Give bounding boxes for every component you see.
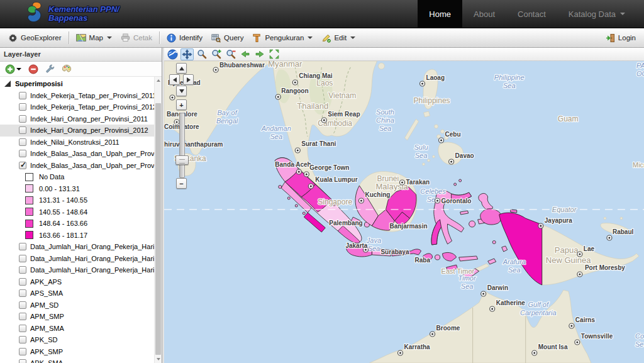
tree-scrollbar[interactable]	[154, 77, 162, 363]
layer-group-row[interactable]: Superimposisi	[0, 78, 162, 90]
layer-row[interactable]: APK_SMP	[0, 346, 162, 358]
layer-label: Data_Jumlah_Hari_Orang_Pekerja_Harian_Le…	[30, 243, 162, 250]
layer-row[interactable]: Data_Jumlah_Hari_Orang_Pekerja_Harian_Le…	[0, 253, 162, 265]
layer-checkbox[interactable]	[19, 243, 26, 250]
layer-checkbox[interactable]	[19, 325, 26, 332]
zoom-box-icon	[197, 49, 207, 59]
toolbar-button-label: Map	[89, 34, 103, 42]
layer-checkbox[interactable]	[19, 289, 26, 297]
zoom-slider-track[interactable]	[179, 113, 185, 178]
map-canvas[interactable]: Bay ofBengalAndamanSeaSouthChinaSeaPhili…	[164, 61, 644, 363]
toolbar-cetak-button[interactable]: Cetak	[116, 31, 157, 44]
legend-label: 163.66 - 181.17	[39, 232, 87, 239]
remove-layer-icon	[28, 64, 38, 74]
remove-layer-button[interactable]	[28, 64, 38, 74]
layer-row[interactable]: Indek_Pekerja_Tetap_per_Provinsi_2012	[0, 101, 162, 113]
layer-row[interactable]: Indek_Hari_Orang_per_Provinsi_2011	[0, 113, 162, 125]
map-tool-zoom-in-button[interactable]	[209, 48, 223, 60]
toolbar-identify-button[interactable]: Identify	[162, 31, 207, 45]
layer-checkbox[interactable]	[19, 359, 26, 363]
zoom-out-button[interactable]: −	[176, 178, 187, 189]
layer-checkbox[interactable]	[19, 138, 26, 146]
layer-row[interactable]: Data_Jumlah_Hari_Orang_Pekerja_Harian_Le…	[0, 264, 162, 276]
scroll-down-icon[interactable]	[155, 355, 162, 363]
scrollbar-thumb[interactable]	[155, 103, 161, 355]
nav-item-contact[interactable]: Contact	[506, 0, 557, 28]
toolbar-query-button[interactable]: Query	[207, 31, 248, 45]
layer-properties-button[interactable]	[45, 64, 55, 74]
legend-label: 140.55 - 148.64	[39, 208, 87, 216]
country-label: Laos	[316, 79, 333, 87]
map-tool-google-earth-button[interactable]	[166, 48, 179, 60]
zoom-in-button[interactable]: +	[176, 99, 187, 110]
layer-checkbox[interactable]	[19, 103, 26, 111]
layer-checkbox[interactable]	[19, 162, 26, 169]
layer-checkbox[interactable]	[19, 126, 26, 134]
layer-label: APM_SMA	[30, 325, 64, 332]
zoom-slider-handle[interactable]	[175, 155, 189, 165]
layer-row[interactable]: APS_SMA	[0, 288, 162, 299]
expander-icon[interactable]	[4, 81, 11, 87]
layer-row[interactable]: Indek_Balas_Jasa_dan_Upah_per_Provinsi_2…	[0, 160, 162, 172]
toolbar-button-label: Edit	[334, 34, 347, 42]
pan-east-button[interactable]	[183, 74, 194, 85]
toolbar-map-button[interactable]: Map	[72, 31, 116, 44]
layer-row[interactable]: Indek_Hari_Orang_per_Provinsi_2012	[0, 125, 162, 137]
layer-row[interactable]: Indek_Balas_Jasa_dan_Upah_per_Provinsi_2…	[0, 148, 162, 160]
city-label: Banda Aceh	[275, 161, 311, 168]
layer-checkbox[interactable]	[19, 92, 26, 99]
pan-north-button[interactable]	[176, 63, 187, 74]
layer-row[interactable]: Indek_Pekerja_Tetap_per_Provinsi_2011	[0, 90, 162, 102]
legend-label: 148.64 - 163.66	[39, 220, 87, 227]
city-marker-dot	[579, 274, 580, 276]
pan-south-button[interactable]	[176, 86, 187, 96]
pan-icon	[182, 49, 192, 60]
city-label: Cairns	[575, 316, 596, 323]
legend-row: 163.66 - 181.17	[0, 230, 162, 242]
add-layer-button[interactable]	[5, 64, 21, 74]
login-button[interactable]: Login	[601, 31, 640, 45]
layer-checkbox[interactable]	[19, 336, 26, 343]
layer-styles-button[interactable]	[62, 64, 72, 74]
layer-row[interactable]: Data_Jumlah_Hari_Orang_Pekerja_Harian_Le…	[0, 241, 162, 253]
layer-row[interactable]: APM_SD	[0, 299, 162, 311]
legend-row: 148.64 - 163.66	[0, 218, 162, 230]
map-tool-max-extent-button[interactable]	[267, 48, 280, 60]
map-tool-zoom-out-button[interactable]	[224, 48, 237, 60]
city-label: Jakarta	[345, 242, 367, 249]
layer-checkbox[interactable]	[19, 278, 26, 286]
layer-checkbox[interactable]	[19, 115, 26, 123]
toolbar-geoexplorer-button[interactable]: GeoExplorer	[4, 31, 66, 45]
country-label: Thailand	[297, 101, 328, 111]
map-tool-zoom-box-button[interactable]	[195, 48, 208, 60]
legend-row: 131.31 - 140.55	[0, 194, 162, 206]
layer-row[interactable]: APK_SMA	[0, 357, 162, 363]
toolbar-edit-button[interactable]: Edit	[317, 31, 360, 45]
layer-checkbox[interactable]	[19, 301, 26, 309]
layer-row[interactable]: Indek_Nilai_Konstruksi_2011	[0, 137, 162, 148]
layer-row[interactable]: APM_SMP	[0, 311, 162, 323]
map-tool-pan-button[interactable]	[180, 48, 194, 60]
city-marker-dot	[297, 150, 299, 152]
layer-label: Indek_Hari_Orang_per_Provinsi_2011	[30, 115, 148, 123]
layer-checkbox[interactable]	[19, 313, 26, 320]
map-tool-history-forward-button[interactable]	[253, 48, 266, 60]
scroll-up-icon[interactable]	[155, 77, 162, 84]
layer-checkbox[interactable]	[19, 150, 26, 157]
map-tool-history-back-button[interactable]	[238, 48, 252, 60]
printer-icon	[121, 33, 130, 42]
layer-checkbox[interactable]	[19, 255, 26, 262]
city-label: George Town	[309, 164, 349, 171]
nav-item-home[interactable]: Home	[418, 0, 462, 28]
nav-item-katalog-data[interactable]: Katalog Data	[557, 0, 636, 28]
nav-item-about[interactable]: About	[462, 0, 506, 28]
layer-checkbox[interactable]	[19, 266, 26, 274]
bappenas-logo: Kementerian PPN/ Bappenas	[25, 1, 119, 26]
layer-row[interactable]: APK_APS	[0, 276, 162, 288]
toolbar-separator	[69, 31, 69, 44]
pan-west-button[interactable]	[169, 74, 180, 85]
toolbar-pengukuran-button[interactable]: Pengukuran	[248, 31, 317, 45]
layer-checkbox[interactable]	[19, 348, 26, 355]
layer-row[interactable]: APK_SD	[0, 334, 162, 346]
layer-row[interactable]: APM_SMA	[0, 323, 162, 335]
